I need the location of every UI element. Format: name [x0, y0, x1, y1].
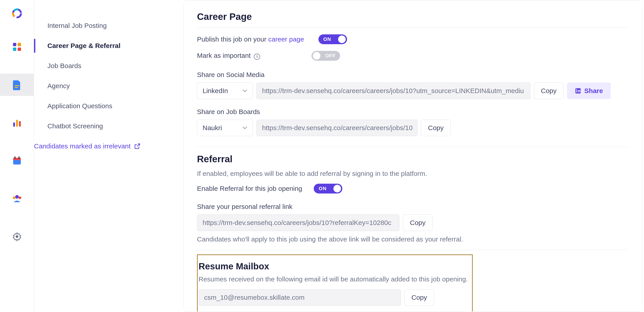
mailbox-row: csm_10@resumebox.skillate.com Copy — [198, 289, 472, 306]
social-select[interactable]: LinkedIn — [197, 83, 253, 99]
mailbox-email-input[interactable]: csm_10@resumebox.skillate.com — [198, 289, 401, 306]
svg-point-16 — [15, 195, 19, 199]
social-row: LinkedIn https://trm-dev.sensehq.co/care… — [197, 83, 628, 99]
icon-rail — [0, 0, 34, 312]
calendar-icon[interactable] — [0, 150, 34, 172]
chevron-down-icon — [242, 89, 247, 92]
sidebar-item-application-questions[interactable]: Application Questions — [34, 96, 183, 116]
svg-rect-6 — [18, 47, 21, 51]
svg-point-18 — [18, 196, 21, 199]
career-page-title: Career Page — [197, 11, 628, 22]
sidebar-nav: Internal Job Posting Career Page & Refer… — [34, 16, 183, 150]
sidebar-item-internal-posting[interactable]: Internal Job Posting — [34, 16, 183, 36]
boards-label: Share on Job Boards — [197, 108, 628, 116]
svg-point-22 — [576, 89, 577, 90]
sidebar-item-career-referral[interactable]: Career Page & Referral — [34, 36, 183, 56]
important-row: Mark as important i OFF — [197, 51, 628, 61]
mailbox-title: Resume Mailbox — [198, 261, 472, 271]
sidebar: Internal Job Posting Career Page & Refer… — [34, 0, 183, 312]
sidebar-item-agency[interactable]: Agency — [34, 76, 183, 96]
svg-rect-14 — [14, 156, 16, 159]
referral-link-row: https://trm-dev.sensehq.co/careers/jobs/… — [197, 214, 628, 231]
referral-note: Candidates who'll apply to this job usin… — [197, 235, 628, 243]
referral-share-label: Share your personal referral link — [197, 203, 628, 210]
boards-select[interactable]: Naukri — [197, 120, 253, 136]
logo-icon[interactable] — [0, 7, 34, 20]
copy-social-button[interactable]: Copy — [534, 83, 564, 99]
social-label: Share on Social Media — [197, 71, 628, 79]
main-panel: Career Page Publish this job on your car… — [183, 0, 642, 312]
chevron-down-icon — [242, 126, 247, 130]
referral-url-input[interactable]: https://trm-dev.sensehq.co/careers/jobs/… — [197, 214, 399, 231]
publish-label: Publish this job on your career page — [197, 35, 304, 43]
copy-mailbox-button[interactable]: Copy — [404, 289, 434, 306]
external-link-icon — [134, 143, 140, 149]
important-label: Mark as important i — [197, 52, 260, 60]
share-button[interactable]: Share — [567, 83, 611, 99]
resume-mailbox-highlight: Resume Mailbox Resumes received on the f… — [197, 254, 473, 312]
referral-title: Referral — [197, 154, 628, 164]
info-icon[interactable]: i — [254, 54, 260, 60]
svg-rect-3 — [13, 43, 16, 46]
boards-row: Naukri https://trm-dev.sensehq.co/career… — [197, 120, 628, 136]
boards-url-input[interactable]: https://trm-dev.sensehq.co/careers/caree… — [256, 120, 418, 136]
irrelevant-candidates-link[interactable]: Candidates marked as irrelevant — [34, 136, 183, 150]
copy-referral-button[interactable]: Copy — [403, 214, 432, 231]
enable-referral-row: Enable Referral for this job opening ON — [197, 184, 628, 193]
enable-referral-toggle[interactable]: ON — [314, 184, 342, 193]
svg-rect-13 — [13, 158, 21, 160]
jobs-icon[interactable] — [0, 74, 34, 96]
svg-rect-9 — [13, 123, 15, 127]
settings-icon[interactable] — [0, 225, 34, 248]
divider — [197, 147, 628, 147]
divider — [197, 27, 628, 28]
svg-rect-10 — [16, 120, 18, 127]
svg-rect-8 — [15, 87, 18, 88]
svg-rect-7 — [15, 85, 19, 86]
copy-boards-button[interactable]: Copy — [421, 120, 450, 136]
dashboard-icon[interactable] — [0, 36, 34, 58]
app-root: Internal Job Posting Career Page & Refer… — [0, 0, 644, 312]
important-toggle[interactable]: OFF — [312, 51, 340, 61]
people-icon[interactable] — [0, 187, 34, 210]
sidebar-item-chatbot-screening[interactable]: Chatbot Screening — [34, 116, 183, 136]
analytics-icon[interactable] — [0, 112, 34, 134]
svg-point-19 — [16, 235, 18, 238]
svg-rect-11 — [19, 121, 21, 127]
linkedin-icon — [575, 88, 581, 94]
publish-toggle[interactable]: ON — [318, 34, 347, 44]
social-url-input[interactable]: https://trm-dev.sensehq.co/careers/caree… — [256, 83, 530, 99]
irrelevant-link-label: Candidates marked as irrelevant — [34, 142, 130, 150]
referral-desc: If enabled, employees will be able to ad… — [197, 170, 628, 177]
svg-point-17 — [13, 196, 16, 199]
svg-rect-21 — [576, 90, 577, 93]
publish-row: Publish this job on your career page ON — [197, 34, 628, 44]
mailbox-desc: Resumes received on the following email … — [198, 275, 472, 283]
svg-rect-15 — [18, 156, 20, 159]
career-page-link[interactable]: career page — [268, 35, 304, 43]
svg-rect-5 — [13, 47, 16, 51]
svg-rect-4 — [18, 43, 21, 46]
sidebar-item-job-boards[interactable]: Job Boards — [34, 56, 183, 76]
enable-referral-label: Enable Referral for this job opening — [197, 185, 302, 192]
